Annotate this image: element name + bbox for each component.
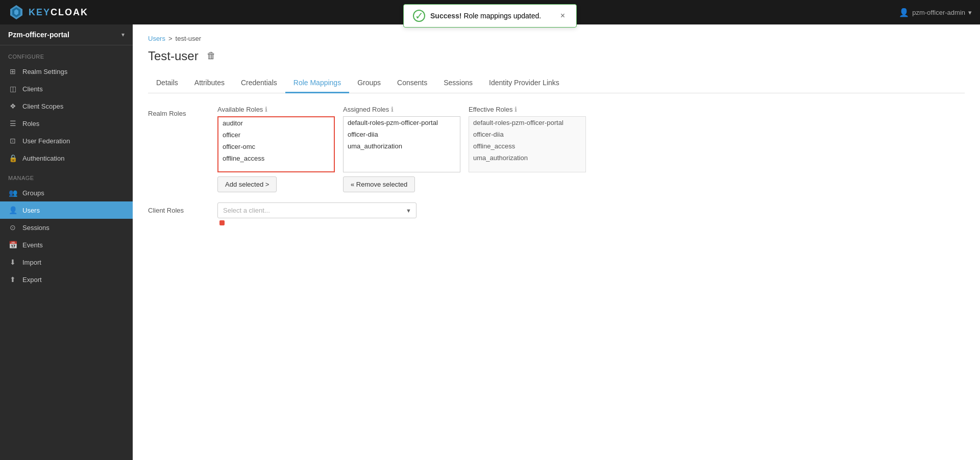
assigned-roles-label: Assigned Roles ℹ [343,106,394,113]
import-icon: ⬇ [8,258,17,266]
list-item: uma_authorization [469,152,585,164]
list-item: officer-diia [469,129,585,140]
manage-section-label: Manage [0,167,133,184]
page-title-row: Test-user 🗑 [148,48,965,63]
realm-roles-label: Realm Roles [148,106,209,117]
page-title: Test-user [148,49,199,63]
available-roles-list[interactable]: auditor officer officer-omc offline_acce… [217,116,335,172]
tab-sessions[interactable]: Sessions [435,73,481,93]
sidebar-item-label: Events [22,241,43,249]
user-dropdown-icon: ▾ [968,9,972,16]
sidebar-item-roles[interactable]: ☰ Roles [0,115,133,132]
realm-settings-icon: ⊞ [8,67,17,75]
users-icon: 👤 [8,206,17,214]
sidebar-item-label: Authentication [22,155,64,162]
groups-icon: 👥 [8,189,17,197]
list-item[interactable]: officer-omc [218,141,334,152]
sidebar-item-label: Client Scopes [22,103,63,110]
breadcrumb-users-link[interactable]: Users [148,35,165,42]
available-roles-col: Available Roles ℹ auditor officer office… [217,106,335,192]
realm-selector[interactable]: Pzm-officer-portal ▾ [0,24,133,45]
client-select-container: Select a client... [217,202,416,218]
realm-name: Pzm-officer-portal [8,31,69,39]
sidebar-item-export[interactable]: ⬆ Export [0,271,133,288]
sidebar-item-events[interactable]: 📅 Events [0,236,133,253]
client-roles-section: Client Roles Select a client... [148,202,965,225]
sidebar-item-label: Clients [22,85,43,93]
sidebar-item-groups[interactable]: 👥 Groups [0,184,133,201]
tab-role-mappings[interactable]: Role Mappings [285,73,349,93]
effective-roles-list: default-roles-pzm-officer-portal officer… [469,116,586,172]
notification-text: Role mappings updated. [463,12,541,20]
delete-user-button[interactable]: 🗑 [205,48,218,63]
remove-selected-button[interactable]: « Remove selected [343,176,415,192]
configure-section-label: Configure [0,45,133,63]
keycloak-logo-icon [8,4,24,20]
effective-roles-label: Effective Roles ℹ [469,106,517,113]
sidebar-item-label: Groups [22,189,44,197]
sidebar-item-label: Export [22,276,42,284]
tab-identity-provider-links[interactable]: Identity Provider Links [481,73,568,93]
main-layout: Pzm-officer-portal ▾ Configure ⊞ Realm S… [0,24,980,460]
sidebar-item-client-scopes[interactable]: ❖ Client Scopes [0,97,133,115]
sidebar-item-sessions[interactable]: ⊙ Sessions [0,219,133,236]
sidebar-item-authentication[interactable]: 🔒 Authentication [0,149,133,167]
breadcrumb-separator: > [168,35,173,42]
sidebar-item-realm-settings[interactable]: ⊞ Realm Settings [0,63,133,80]
list-item[interactable]: offline_access [218,152,334,164]
client-roles-error-indicator [219,220,225,225]
effective-roles-help-icon[interactable]: ℹ [514,106,517,113]
list-item[interactable]: officer-diia [344,129,460,140]
notification-close-button[interactable]: × [558,11,567,20]
tabs: Details Attributes Credentials Role Mapp… [148,73,965,93]
user-icon: 👤 [899,8,909,17]
success-notification: ✓ Success! Role mappings updated. × [403,4,577,28]
client-roles-label: Client Roles [148,202,209,214]
list-item[interactable]: uma_authorization [344,140,460,152]
realm-dropdown-icon: ▾ [121,31,125,38]
sidebar-item-label: Roles [22,120,39,127]
available-roles-help-icon[interactable]: ℹ [265,106,267,113]
add-selected-button[interactable]: Add selected > [217,176,277,192]
list-item[interactable]: officer [218,129,334,141]
tab-attributes[interactable]: Attributes [186,73,233,93]
sessions-icon: ⊙ [8,223,17,232]
sidebar-item-label: Import [22,259,41,266]
content-area: Users > test-user Test-user 🗑 Details At… [133,24,980,460]
events-icon: 📅 [8,241,17,249]
notification-message: Success! Role mappings updated. [430,12,541,20]
list-item[interactable]: auditor [218,117,334,129]
authentication-icon: 🔒 [8,154,17,162]
user-federation-icon: ⊡ [8,137,17,145]
tab-details[interactable]: Details [148,73,186,93]
list-item[interactable]: default-roles-pzm-officer-portal [344,117,460,129]
roles-icon: ☰ [8,119,17,127]
sidebar-item-label: User Federation [22,137,70,145]
sidebar-item-label: Users [22,207,40,214]
logo-text: KEYCLOAK [29,7,88,18]
breadcrumb-current: test-user [176,35,202,42]
list-item: default-roles-pzm-officer-portal [469,117,585,129]
tab-consents[interactable]: Consents [389,73,435,93]
list-item: offline_access [469,140,585,152]
realm-roles-section: Realm Roles Available Roles ℹ auditor of… [148,106,965,192]
client-select[interactable]: Select a client... [217,202,416,218]
success-check-icon: ✓ [413,10,425,22]
sidebar-item-import[interactable]: ⬇ Import [0,253,133,271]
user-menu[interactable]: 👤 pzm-officer-admin ▾ [899,8,972,17]
sidebar-item-user-federation[interactable]: ⊡ User Federation [0,132,133,149]
client-scopes-icon: ❖ [8,102,17,110]
sidebar-item-label: Realm Settings [22,68,67,75]
clients-icon: ◫ [8,85,17,93]
notification-strong: Success! [430,12,461,20]
sidebar-item-clients[interactable]: ◫ Clients [0,80,133,97]
assigned-roles-list[interactable]: default-roles-pzm-officer-portal officer… [343,116,460,172]
sidebar-item-label: Sessions [22,224,50,232]
sidebar-item-users[interactable]: 👤 Users [0,201,133,219]
user-label: pzm-officer-admin [912,9,965,16]
logo: KEYCLOAK [8,4,88,20]
tab-groups[interactable]: Groups [349,73,389,93]
tab-credentials[interactable]: Credentials [233,73,285,93]
breadcrumb: Users > test-user [148,35,965,42]
assigned-roles-help-icon[interactable]: ℹ [391,106,394,113]
